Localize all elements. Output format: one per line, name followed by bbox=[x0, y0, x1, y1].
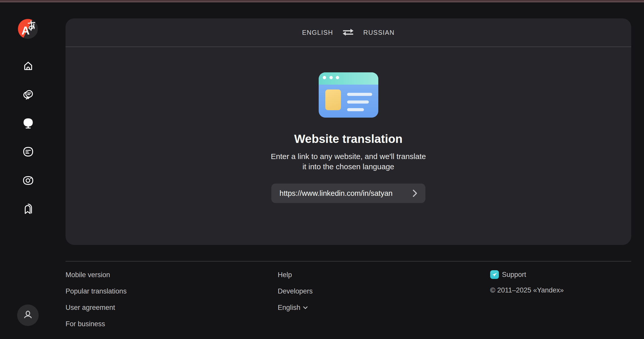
illustration-dot bbox=[329, 76, 333, 79]
support-link[interactable]: Support bbox=[490, 270, 564, 279]
sidebar-item-text[interactable] bbox=[23, 146, 34, 157]
bookmark-icon bbox=[23, 203, 34, 215]
sidebar-item-home[interactable] bbox=[23, 60, 34, 72]
support-label: Support bbox=[502, 271, 526, 279]
sidebar-navigation bbox=[23, 60, 34, 232]
website-translation-card: ENGLISH RUSSIAN Website translation Ente… bbox=[66, 18, 631, 245]
person-icon bbox=[23, 310, 33, 321]
target-language-button[interactable]: RUSSIAN bbox=[363, 29, 394, 36]
logo-hiragana-a-glyph bbox=[26, 20, 37, 31]
illustration-dot bbox=[336, 76, 339, 79]
subtitle-line-1: Enter a link to any website, and we'll t… bbox=[271, 151, 426, 162]
language-bar: ENGLISH RUSSIAN bbox=[66, 18, 631, 47]
swap-languages-icon[interactable] bbox=[342, 28, 354, 37]
footer-language-selector[interactable]: English bbox=[278, 304, 313, 312]
illustration-dot bbox=[323, 76, 326, 79]
camera-icon bbox=[23, 175, 34, 186]
footer-column-1: Mobile version Popular translations User… bbox=[66, 271, 127, 336]
window-top-strip bbox=[0, 0, 644, 2]
url-input[interactable] bbox=[280, 189, 411, 198]
footer-link-popular-translations[interactable]: Popular translations bbox=[66, 287, 127, 296]
footer-link-mobile-version[interactable]: Mobile version bbox=[66, 271, 127, 279]
sidebar-item-dialogue[interactable] bbox=[23, 89, 34, 100]
copyright-notice: © 2011–2025 «Yandex» bbox=[490, 286, 564, 294]
url-input-container bbox=[271, 184, 425, 203]
home-icon bbox=[23, 60, 34, 72]
illustration-text-line bbox=[347, 93, 372, 96]
dialogue-icon bbox=[23, 89, 34, 100]
browser-window-illustration bbox=[319, 72, 378, 118]
illustration-text-line bbox=[347, 100, 369, 104]
paper-plane-icon bbox=[491, 272, 498, 278]
chevron-right-icon bbox=[412, 189, 417, 197]
footer-language-label: English bbox=[278, 304, 300, 312]
sidebar-item-images[interactable] bbox=[23, 175, 34, 186]
footer-column-3: Support © 2011–2025 «Yandex» bbox=[490, 270, 564, 294]
source-language-button[interactable]: ENGLISH bbox=[302, 29, 333, 36]
translate-submit-button[interactable] bbox=[411, 188, 419, 198]
page-subtitle: Enter a link to any website, and we'll t… bbox=[271, 151, 426, 172]
footer-link-user-agreement[interactable]: User agreement bbox=[66, 304, 127, 312]
text-translation-icon bbox=[23, 146, 34, 157]
chevron-down-icon bbox=[303, 306, 308, 309]
subtitle-line-2: it into the chosen language bbox=[271, 162, 426, 172]
sidebar-item-sites-active[interactable] bbox=[23, 118, 34, 129]
yandex-translate-logo[interactable]: A bbox=[18, 19, 38, 39]
card-body: Website translation Enter a link to any … bbox=[66, 47, 631, 203]
footer-link-for-business[interactable]: For business bbox=[66, 320, 127, 328]
footer-link-help[interactable]: Help bbox=[278, 271, 313, 279]
footer-link-developers[interactable]: Developers bbox=[278, 287, 313, 296]
sites-icon bbox=[23, 118, 34, 129]
user-avatar[interactable] bbox=[17, 304, 39, 326]
yandex-translate-sites-page: { "sidebar": { "logo": { "latin": "A", "… bbox=[0, 0, 644, 339]
support-badge bbox=[490, 270, 499, 279]
footer-column-2: Help Developers English bbox=[278, 271, 313, 312]
page-title: Website translation bbox=[294, 132, 402, 146]
illustration-image-block bbox=[325, 89, 341, 110]
illustration-text-line bbox=[347, 108, 364, 111]
footer-divider bbox=[66, 261, 631, 262]
illustration-titlebar bbox=[319, 72, 378, 85]
sidebar-item-collections[interactable] bbox=[23, 204, 34, 215]
